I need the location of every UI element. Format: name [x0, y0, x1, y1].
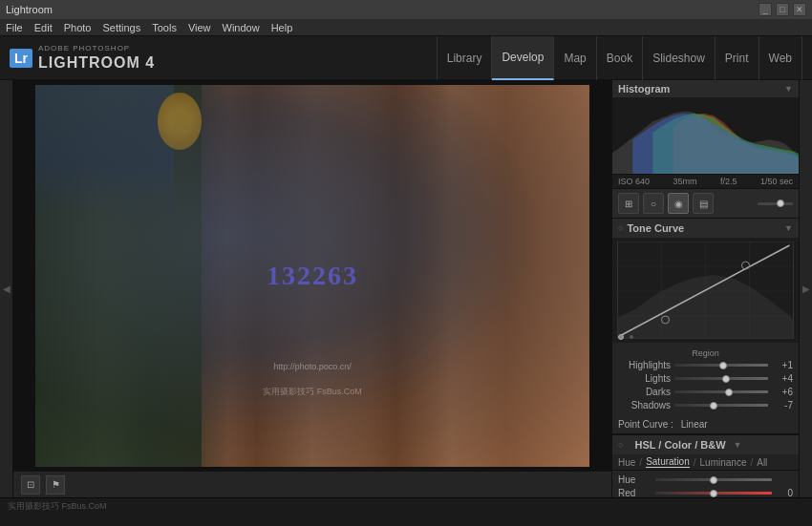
shadows-track[interactable]: [674, 404, 768, 407]
tone-curve-title: Tone Curve: [627, 222, 684, 234]
hsl-content: Hue Red 0: [612, 471, 799, 497]
exposure-quick-slider[interactable]: [758, 202, 794, 205]
main-layout: ◀ 132263 http://photo.poco.cn/ 实用摄影技巧 Fs…: [0, 80, 812, 497]
tab-print[interactable]: Print: [716, 36, 759, 80]
highlights-value: +1: [772, 360, 793, 370]
hsl-section: ○ HSL / Color / B&W ▼ Hue / Saturation /…: [612, 435, 799, 497]
right-panel: Histogram ▼: [611, 80, 799, 497]
hsl-tab-saturation[interactable]: Saturation: [646, 456, 690, 468]
menu-settings[interactable]: Settings: [102, 22, 140, 33]
channel-dots: [618, 334, 633, 340]
histogram-info: ISO 640 35mm f/2.5 1/50 sec: [612, 174, 799, 188]
hsl-hue-row: Hue: [618, 474, 793, 485]
hsl-header[interactable]: ○ HSL / Color / B&W ▼: [612, 435, 799, 454]
photo-watermark-url: http://photo.poco.cn/: [273, 362, 352, 371]
lr-badge: Lr: [10, 49, 32, 68]
tone-curve-header[interactable]: ○ Tone Curve ▼: [612, 219, 799, 238]
tab-book[interactable]: Book: [597, 36, 643, 80]
header: Lr ADOBE PHOTOSHOP LIGHTROOM 4 Library D…: [0, 36, 812, 80]
tone-curve-svg: [616, 242, 795, 339]
channel-dot-rgb[interactable]: [618, 334, 624, 340]
shadows-thumb: [710, 402, 717, 410]
hsl-tab-all[interactable]: All: [757, 457, 767, 468]
menu-edit[interactable]: Edit: [34, 22, 53, 33]
hsl-hue-label: Hue: [618, 474, 652, 485]
tone-curve-graph[interactable]: [612, 238, 799, 343]
tab-slideshow[interactable]: Slideshow: [643, 36, 716, 80]
lights-track[interactable]: [674, 377, 768, 380]
darks-slider-row: Darks +6: [618, 387, 793, 397]
histogram-arrow: ▼: [784, 84, 793, 94]
point-curve-value[interactable]: Linear: [681, 419, 708, 430]
tone-curve-arrow: ▼: [784, 223, 793, 233]
photo-image: 132263 http://photo.poco.cn/ 实用摄影技巧 FsBu…: [35, 85, 589, 467]
tab-library[interactable]: Library: [437, 36, 493, 80]
window-controls: _ □ ✕: [759, 3, 806, 16]
hsl-hue-track[interactable]: [655, 478, 772, 481]
logo-area: Lr ADOBE PHOTOSHOP LIGHTROOM 4: [10, 44, 182, 72]
tone-curve-section: ○ Tone Curve ▼: [612, 219, 799, 435]
right-arrow-panel[interactable]: ▶: [799, 80, 812, 497]
left-panel[interactable]: ◀: [0, 80, 13, 497]
tone-curve-sliders: Region Highlights +1 Lights +4 D: [612, 343, 799, 417]
menu-help[interactable]: Help: [271, 22, 293, 33]
maximize-button[interactable]: □: [776, 3, 789, 16]
close-button[interactable]: ✕: [793, 3, 806, 16]
histogram-title: Histogram: [618, 83, 670, 95]
graduated-filter-tool[interactable]: ▤: [693, 193, 714, 214]
highlights-label: Highlights: [618, 360, 671, 370]
darks-label: Darks: [618, 387, 671, 397]
hsl-red-row: Red 0: [618, 488, 793, 497]
tool-icons-row: ⊞ ○ ◉ ▤: [612, 189, 799, 219]
flag-button[interactable]: ⚑: [46, 475, 65, 494]
menu-view[interactable]: View: [188, 22, 211, 33]
highlights-track[interactable]: [674, 364, 768, 367]
hsl-hue-thumb: [710, 476, 717, 484]
histogram-shutter: 1/50 sec: [760, 177, 793, 186]
darks-thumb: [725, 389, 733, 396]
hsl-sub-tabs: Hue / Saturation / Luminance / All: [612, 454, 799, 471]
zoom-fit-button[interactable]: ⊡: [21, 475, 40, 494]
minimize-button[interactable]: _: [759, 3, 772, 16]
shadows-value: -7: [772, 400, 793, 410]
region-label: Region: [618, 347, 793, 360]
hsl-red-label: Red: [618, 488, 652, 497]
menu-tools[interactable]: Tools: [152, 22, 177, 33]
title-bar: Lightroom _ □ ✕: [0, 0, 812, 19]
lr-title: LIGHTROOM 4: [38, 53, 155, 72]
status-bar: 实用摄影技巧 FsBus.CoM: [0, 497, 812, 515]
hsl-tab-hue[interactable]: Hue: [618, 457, 635, 468]
tab-web[interactable]: Web: [759, 36, 802, 80]
menu-file[interactable]: File: [6, 22, 23, 33]
menu-bar: File Edit Photo Settings Tools View Wind…: [0, 19, 812, 36]
darks-value: +6: [772, 387, 793, 397]
histogram-focal: 35mm: [673, 177, 697, 186]
menu-window[interactable]: Window: [223, 22, 260, 33]
right-panel-arrow: ▶: [802, 284, 810, 294]
menu-photo[interactable]: Photo: [64, 22, 92, 33]
tab-develop[interactable]: Develop: [492, 36, 554, 80]
left-panel-arrow: ◀: [3, 284, 11, 294]
histogram-section: Histogram ▼: [612, 80, 799, 189]
hsl-icon: ○: [618, 440, 623, 450]
photo-watermark-id: 132263: [267, 261, 358, 291]
histogram-graph: [612, 97, 799, 174]
channel-indicator: [630, 335, 633, 339]
crop-tool[interactable]: ⊞: [618, 193, 639, 214]
highlights-thumb: [719, 362, 727, 369]
tab-map[interactable]: Map: [554, 36, 596, 80]
darks-track[interactable]: [674, 390, 768, 393]
exposure-quick-thumb: [777, 200, 784, 207]
redeye-tool[interactable]: ◉: [668, 193, 689, 214]
photo-area: 132263 http://photo.poco.cn/ 实用摄影技巧 FsBu…: [13, 80, 611, 471]
lights-value: +4: [772, 373, 793, 384]
photo-watermark-credit: 实用摄影技巧 FsBus.CoM: [263, 386, 362, 398]
tone-curve-title-row: ○ Tone Curve: [618, 222, 684, 234]
histogram-header[interactable]: Histogram ▼: [612, 80, 799, 97]
bottom-toolbar: ⊡ ⚑: [13, 471, 611, 497]
hsl-red-track[interactable]: [655, 492, 772, 494]
tone-curve-icon: ○: [618, 223, 623, 233]
hsl-tab-luminance[interactable]: Luminance: [700, 457, 747, 468]
spot-removal-tool[interactable]: ○: [643, 193, 664, 214]
histogram-iso: ISO 640: [618, 177, 650, 186]
